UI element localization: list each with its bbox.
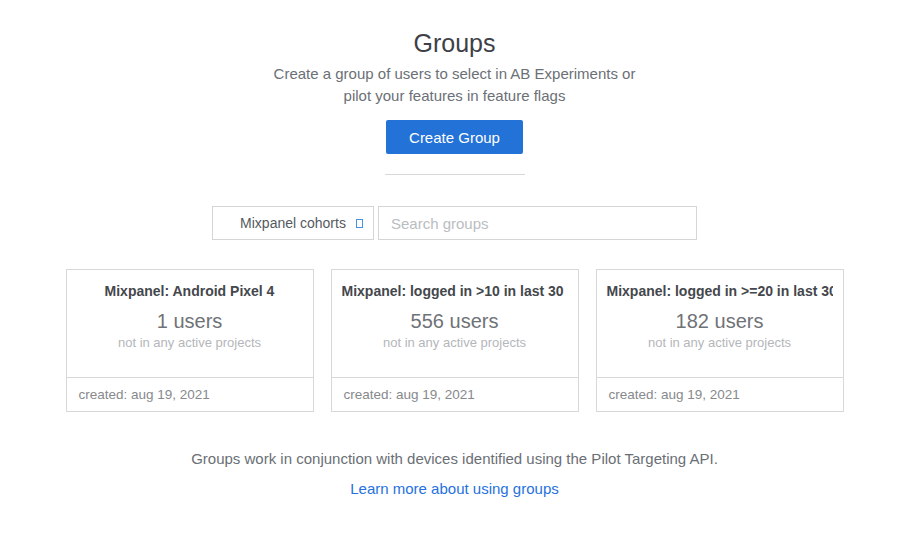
page-subtitle: Create a group of users to select in AB … — [274, 63, 636, 107]
group-card[interactable]: Mixpanel: logged in >=20 in last 30... 1… — [596, 269, 844, 412]
pilot-targeting-note: Groups work in conjunction with devices … — [191, 448, 718, 470]
group-created-date: created: aug 19, 2021 — [67, 377, 313, 411]
create-group-button[interactable]: Create Group — [386, 120, 523, 154]
page-subtitle-line: pilot your features in feature flags — [274, 85, 636, 107]
group-card-body: Mixpanel: logged in >10 in last 30 ... 5… — [332, 270, 578, 377]
group-card[interactable]: Mixpanel: Android Pixel 4 1 users not in… — [66, 269, 314, 412]
page-title: Groups — [414, 28, 496, 58]
group-status: not in any active projects — [77, 335, 303, 351]
dropdown-indicator-icon — [356, 219, 363, 228]
group-users-count: 182 users — [607, 309, 833, 333]
group-created-date: created: aug 19, 2021 — [332, 377, 578, 411]
group-users-count: 556 users — [342, 309, 568, 333]
filter-row: Mixpanel cohorts — [212, 206, 697, 240]
group-status: not in any active projects — [607, 335, 833, 351]
search-groups-input[interactable] — [378, 206, 697, 240]
group-title: Mixpanel: logged in >=20 in last 30... — [607, 282, 833, 300]
page-subtitle-line: Create a group of users to select in AB … — [274, 63, 636, 85]
group-created-date: created: aug 19, 2021 — [597, 377, 843, 411]
divider — [385, 174, 525, 175]
group-card-body: Mixpanel: Android Pixel 4 1 users not in… — [67, 270, 313, 377]
groups-list: Mixpanel: Android Pixel 4 1 users not in… — [66, 269, 844, 412]
cohort-source-dropdown-label: Mixpanel cohorts — [240, 215, 346, 231]
groups-page: Groups Create a group of users to select… — [0, 0, 909, 558]
group-card[interactable]: Mixpanel: logged in >10 in last 30 ... 5… — [331, 269, 579, 412]
cohort-source-dropdown[interactable]: Mixpanel cohorts — [212, 206, 374, 240]
group-title: Mixpanel: Android Pixel 4 — [77, 282, 303, 300]
group-title: Mixpanel: logged in >10 in last 30 ... — [342, 282, 568, 300]
group-users-count: 1 users — [77, 309, 303, 333]
group-card-body: Mixpanel: logged in >=20 in last 30... 1… — [597, 270, 843, 377]
learn-more-link[interactable]: Learn more about using groups — [350, 478, 558, 500]
group-status: not in any active projects — [342, 335, 568, 351]
